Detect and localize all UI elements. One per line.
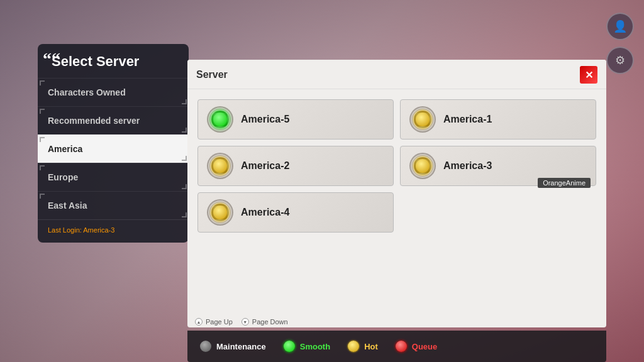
avatar-icon-2[interactable]: ⚙ — [606, 47, 634, 74]
server-btn-america-1[interactable]: America-1 — [400, 99, 596, 140]
dot-ring-america-2 — [207, 153, 233, 179]
close-button[interactable]: ✕ — [580, 66, 597, 84]
page-up-hint: ▲ Page Up — [195, 318, 233, 326]
nav-label-america: America — [48, 144, 82, 154]
avatar-icon-1[interactable]: 👤 — [606, 13, 634, 40]
nav-east-asia[interactable]: East Asia — [38, 191, 189, 219]
page-hint-bar: ▲ Page Up ▼ Page Down — [187, 318, 296, 326]
hot-dot-icon — [348, 341, 359, 352]
corner-tl — [40, 165, 45, 170]
smooth-label: Smooth — [300, 342, 330, 351]
server-dialog: Server ✕ America-5 America-1 America-2 — [187, 60, 606, 327]
smooth-dot-icon — [284, 341, 295, 352]
queue-dot-icon — [396, 341, 407, 352]
last-login-label: Last Login: — [48, 226, 82, 234]
tooltip-america-3: OrangeAnime — [538, 178, 591, 188]
status-dot-america-2 — [211, 157, 229, 175]
status-bar: Maintenance Smooth Hot Queue — [187, 331, 606, 362]
dot-ring-america-4 — [207, 199, 233, 226]
nav-label-recommended-server: Recommended server — [48, 116, 140, 126]
corner-br — [182, 184, 187, 189]
nav-america[interactable]: America — [38, 134, 189, 163]
server-btn-america-3[interactable]: America-3 OrangeAnime — [400, 146, 596, 186]
dialog-title: Server — [196, 69, 228, 80]
corner-br — [182, 156, 187, 161]
server-name-america-5: America-5 — [241, 114, 289, 125]
status-dot-america-1 — [414, 111, 431, 128]
page-up-label: Page Up — [206, 318, 233, 326]
server-name-america-1: America-1 — [443, 114, 492, 125]
dot-ring-america-3 — [409, 153, 436, 179]
corner-tl — [40, 194, 45, 199]
nav-label-characters-owned: Characters Owned — [48, 87, 126, 97]
maintenance-dot-icon — [200, 341, 211, 352]
page-down-key-icon: ▼ — [242, 318, 249, 326]
corner-br — [182, 128, 187, 133]
maintenance-label: Maintenance — [216, 342, 266, 351]
last-login: Last Login: America-3 — [38, 219, 189, 238]
nav-label-europe: Europe — [48, 172, 78, 182]
nav-label-east-asia: East Asia — [48, 200, 87, 211]
page-down-hint: ▼ Page Down — [242, 318, 288, 326]
queue-label: Queue — [412, 342, 437, 351]
status-hot: Hot — [348, 341, 378, 352]
last-login-value: America-3 — [83, 226, 114, 234]
status-maintenance: Maintenance — [200, 341, 266, 352]
status-queue: Queue — [396, 341, 437, 352]
corner-tl — [40, 109, 45, 114]
status-dot-america-4 — [211, 204, 229, 221]
dot-ring-america-1 — [409, 106, 436, 133]
hot-label: Hot — [364, 342, 378, 351]
corner-br — [182, 212, 187, 217]
nav-characters-owned[interactable]: Characters Owned — [38, 78, 189, 106]
status-smooth: Smooth — [284, 341, 330, 352]
panel-title: Select Server — [38, 44, 189, 78]
nav-recommended-server[interactable]: Recommended server — [38, 106, 189, 134]
corner-br — [182, 99, 187, 104]
server-btn-america-2[interactable]: America-2 — [197, 146, 394, 186]
dialog-body: America-5 America-1 America-2 America-3 … — [187, 89, 606, 327]
dialog-header: Server ✕ — [187, 60, 606, 89]
server-btn-america-5[interactable]: America-5 — [197, 99, 394, 140]
corner-tl — [40, 137, 45, 142]
page-up-key-icon: ▲ — [195, 318, 203, 326]
server-name-america-4: America-4 — [241, 207, 289, 218]
dot-ring-america-5 — [207, 106, 233, 133]
page-down-label: Page Down — [252, 318, 288, 326]
server-name-america-2: America-2 — [241, 160, 289, 172]
corner-tl — [40, 80, 45, 85]
right-icons: 👤 ⚙ — [606, 13, 634, 74]
nav-europe[interactable]: Europe — [38, 163, 189, 191]
status-dot-america-3 — [414, 157, 431, 175]
left-panel: Select Server Characters Owned Recommend… — [38, 44, 189, 243]
server-name-america-3: America-3 — [443, 160, 492, 172]
status-dot-america-5 — [211, 111, 229, 128]
server-btn-america-4[interactable]: America-4 — [197, 192, 394, 233]
